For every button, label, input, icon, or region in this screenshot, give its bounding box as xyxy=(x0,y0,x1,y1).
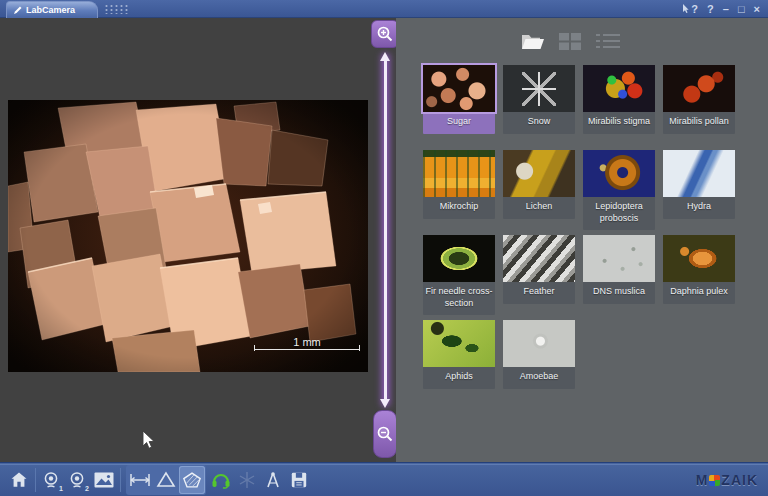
pencil-icon xyxy=(14,6,22,14)
thumbnail-fir-needle xyxy=(423,235,495,282)
toolbar-separator xyxy=(120,468,121,492)
save-button[interactable] xyxy=(286,466,312,494)
help-button[interactable]: ? xyxy=(707,0,714,18)
thumbnail-grid-icon xyxy=(558,32,582,51)
thumbnail-view-button[interactable] xyxy=(558,32,582,51)
gallery-item-mikrochip[interactable]: Mikrochip xyxy=(423,150,495,219)
gallery-item-mirabilis-stigma[interactable]: Mirabilis stigma xyxy=(583,65,655,134)
thumbnail-sugar xyxy=(423,65,495,112)
gallery-item-label: Snow xyxy=(503,112,575,130)
microscope-image[interactable]: 1 mm xyxy=(8,100,368,372)
open-folder-button[interactable] xyxy=(519,31,545,52)
gallery-item-label: Lichen xyxy=(503,197,575,215)
thumbnail-amoebae xyxy=(503,320,575,367)
thumbnail-mirabilis-stigma xyxy=(583,65,655,112)
thumbnail-mikrochip xyxy=(423,150,495,197)
viewer-panel: 1 mm xyxy=(0,18,396,462)
scale-bar-label: 1 mm xyxy=(254,336,360,348)
image-icon xyxy=(94,472,114,488)
zoom-slider-track[interactable] xyxy=(384,56,387,404)
snowflake-icon xyxy=(238,471,256,489)
gallery-item-label: Hydra xyxy=(663,197,735,215)
thumbnail-hydra xyxy=(663,150,735,197)
annotate-pen-button[interactable] xyxy=(260,466,286,494)
list-view-icon xyxy=(595,32,621,50)
gallery-item-label: Lepidoptera proboscis xyxy=(583,197,655,226)
camera-2-button[interactable]: 2 xyxy=(65,466,91,494)
mozaik-logo-o-square xyxy=(709,475,720,486)
zoom-in-button[interactable] xyxy=(371,20,399,48)
minimize-button[interactable]: – xyxy=(723,0,729,18)
sugar-crystals-photo xyxy=(8,100,368,372)
app-title: LabCamera xyxy=(26,5,75,15)
context-help-button[interactable]: ? xyxy=(682,0,698,18)
drag-grip[interactable] xyxy=(104,4,130,14)
thumbnail-snow xyxy=(503,65,575,112)
measure-distance-icon xyxy=(129,472,151,488)
gallery-item-lepidoptera-proboscis[interactable]: Lepidoptera proboscis xyxy=(583,150,655,230)
thumbnail-lepidoptera-proboscis xyxy=(583,150,655,197)
thumbnail-daphnia-pulex xyxy=(663,235,735,282)
gallery-item-label: Amoebae xyxy=(503,367,575,385)
gallery-item-label: Feather xyxy=(503,282,575,300)
gallery-item-snow[interactable]: Snow xyxy=(503,65,575,134)
labcamera-window: LabCamera ? ? – □ × xyxy=(0,0,768,496)
sample-grid: Sugar Snow Mirabilis stigma Mirabilis po… xyxy=(423,65,735,405)
gallery-item-feather[interactable]: Feather xyxy=(503,235,575,304)
open-folder-icon xyxy=(519,31,545,52)
cursor-arrow-icon xyxy=(682,4,690,14)
measure-tool-group xyxy=(126,465,206,495)
save-floppy-icon xyxy=(290,471,308,489)
gallery-item-daphnia-pulex[interactable]: Daphnia pulex xyxy=(663,235,735,304)
thumbnail-aphids xyxy=(423,320,495,367)
gallery-item-label: DNS muslica xyxy=(583,282,655,300)
app-tab[interactable]: LabCamera xyxy=(6,1,98,18)
toolbar-separator xyxy=(35,468,36,492)
zoom-out-handle[interactable] xyxy=(373,410,397,458)
polygon-area-icon xyxy=(182,471,202,489)
home-button[interactable] xyxy=(6,466,32,494)
pen-caliper-icon xyxy=(263,471,283,489)
measure-angle-button[interactable] xyxy=(153,466,179,494)
gallery-item-mirabilis-pollan[interactable]: Mirabilis pollan xyxy=(663,65,735,134)
bottom-toolbar: 1 2 xyxy=(0,462,768,496)
thumbnail-feather xyxy=(503,235,575,282)
gallery-item-dns-muslica[interactable]: DNS muslica xyxy=(583,235,655,304)
headset-live-button[interactable] xyxy=(208,466,234,494)
maximize-button[interactable]: □ xyxy=(738,0,745,18)
gallery-item-aphids[interactable]: Aphids xyxy=(423,320,495,389)
gallery-item-label: Mirabilis pollan xyxy=(663,112,735,130)
title-bar: LabCamera ? ? – □ × xyxy=(0,0,768,18)
headset-icon xyxy=(211,471,231,489)
magnifier-plus-icon xyxy=(376,25,394,43)
camera-1-badge: 1 xyxy=(59,485,63,492)
camera-1-button[interactable]: 1 xyxy=(39,466,65,494)
triangle-angle-icon xyxy=(156,471,176,488)
thumbnail-lichen xyxy=(503,150,575,197)
gallery-item-label: Daphnia pulex xyxy=(663,282,735,300)
list-view-button[interactable] xyxy=(595,32,621,50)
measure-distance-button[interactable] xyxy=(127,466,153,494)
gallery-item-lichen[interactable]: Lichen xyxy=(503,150,575,219)
gallery-item-fir-needle-cross-section[interactable]: Fir needle cross-section xyxy=(423,235,495,315)
gallery-item-label: Mirabilis stigma xyxy=(583,112,655,130)
magnifier-minus-icon xyxy=(376,425,394,443)
thumbnail-dns-muslica xyxy=(583,235,655,282)
gallery-item-label: Mikrochip xyxy=(423,197,495,215)
image-gallery-button[interactable] xyxy=(91,466,117,494)
gallery-item-sugar[interactable]: Sugar xyxy=(423,65,495,134)
close-button[interactable]: × xyxy=(754,0,760,18)
thumbnail-mirabilis-pollan xyxy=(663,65,735,112)
gallery-item-label: Aphids xyxy=(423,367,495,385)
gallery-item-amoebae[interactable]: Amoebae xyxy=(503,320,575,389)
gallery-panel: Sugar Snow Mirabilis stigma Mirabilis po… xyxy=(396,18,768,462)
scale-bar: 1 mm xyxy=(254,336,360,350)
gallery-item-label: Sugar xyxy=(423,112,495,130)
snowflake-disabled-button[interactable] xyxy=(234,466,260,494)
camera-2-badge: 2 xyxy=(85,485,89,492)
mozaik-logo: MZAIK xyxy=(696,463,758,496)
gallery-toolbar xyxy=(396,18,744,60)
measure-area-button[interactable] xyxy=(179,466,205,494)
gallery-item-hydra[interactable]: Hydra xyxy=(663,150,735,219)
scale-bar-line xyxy=(254,349,360,350)
